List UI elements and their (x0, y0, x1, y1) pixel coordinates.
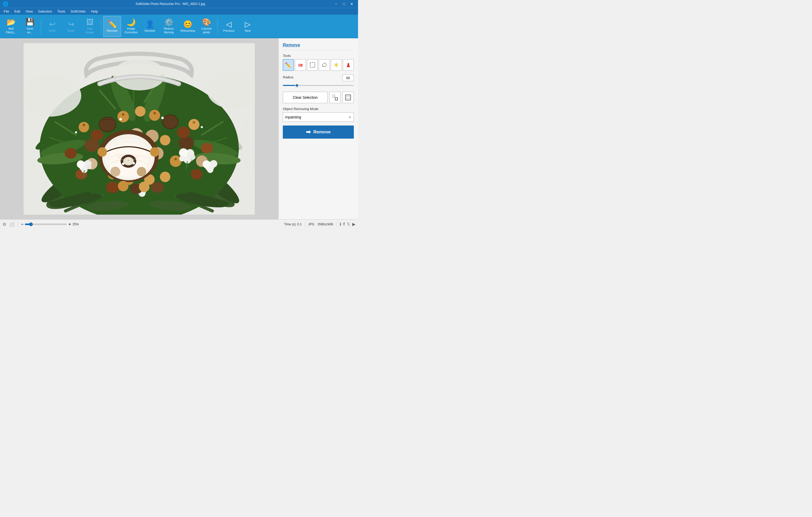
svg-point-61 (177, 127, 190, 138)
save-as-button[interactable]: 💾 Saveas... (21, 16, 39, 37)
redo-icon: ↪ (68, 21, 74, 28)
reduce-blurring-button[interactable]: ⚙️ Reduceblurring (160, 16, 178, 37)
svg-point-108 (106, 182, 119, 193)
undo-label: Undo (49, 29, 56, 32)
expand-selection-button[interactable] (329, 92, 341, 103)
zoom-in-button[interactable]: + (68, 222, 71, 227)
svg-point-46 (135, 106, 145, 117)
svg-marker-125 (334, 62, 338, 68)
svg-point-42 (188, 119, 200, 130)
rect-select-tool-button[interactable] (307, 59, 318, 71)
photo-canvas[interactable] (24, 43, 255, 215)
magic-wand-tool-button[interactable] (331, 59, 342, 71)
zoom-slider[interactable] (25, 223, 67, 225)
mode-dropdown[interactable]: Inpainting Content Aware Fill Smart Fill (283, 113, 354, 122)
colorize-photo-button[interactable]: 🎨 Colorizephoto (198, 16, 215, 37)
shrink-selection-button[interactable] (342, 92, 354, 103)
radius-section: Radius 50 (283, 74, 354, 88)
image-correction-button[interactable]: 🌙 ImageCorrection (122, 16, 140, 37)
image-correction-label: ImageCorrection (124, 27, 138, 34)
lasso-tool-button[interactable] (319, 59, 330, 71)
remove-button-panel[interactable]: ➡ Remove (283, 125, 354, 139)
svg-point-48 (160, 135, 170, 146)
menu-file[interactable]: File (1, 8, 12, 15)
facebook-icon[interactable]: f (343, 222, 345, 227)
original-image-label: Orig.Image (86, 27, 94, 34)
colorize-photo-icon: 🎨 (202, 19, 211, 26)
retouching-label: Retouching (180, 29, 195, 32)
minimize-button[interactable]: − (332, 1, 340, 7)
add-files-button[interactable]: 📂 AddFile(s)... (2, 16, 20, 37)
svg-line-124 (322, 65, 323, 66)
menu-tools[interactable]: Tools (55, 8, 68, 15)
next-button[interactable]: ▷ Next (239, 16, 257, 37)
previous-label: Previous (223, 29, 235, 32)
svg-point-69 (179, 148, 188, 157)
previous-button[interactable]: ◁ Previous (220, 16, 238, 37)
radius-value[interactable]: 50 (342, 74, 354, 81)
svg-point-104 (97, 147, 107, 157)
toolbar: 📂 AddFile(s)... 💾 Saveas... ↩ Undo ↪ Red… (0, 15, 358, 38)
denoise-button[interactable]: 👤 Denoise (141, 16, 159, 37)
svg-point-91 (75, 131, 77, 133)
colorize-photo-label: Colorizephoto (201, 27, 212, 34)
radius-label: Radius (283, 75, 293, 79)
clear-selection-button[interactable]: Clear Selection (283, 92, 328, 103)
mode-dropdown-wrap[interactable]: Inpainting Content Aware Fill Smart Fill (283, 113, 354, 122)
fit-to-window-icon[interactable]: ⊙ (3, 222, 6, 227)
title-bar: 🌐 SoftOrbits Photo Retoucher Pro - IMG_4… (0, 0, 358, 8)
save-as-label: Saveas... (27, 27, 33, 34)
undo-button[interactable]: ↩ Undo (43, 16, 61, 37)
close-button[interactable]: ✕ (348, 1, 355, 7)
svg-rect-128 (347, 66, 350, 67)
original-image-button[interactable]: 🖼 Orig.Image (81, 16, 99, 37)
svg-point-37 (153, 112, 156, 115)
info-icon[interactable]: ℹ (340, 222, 341, 227)
previous-icon: ◁ (226, 21, 232, 28)
svg-point-36 (149, 110, 160, 121)
svg-point-78 (87, 164, 91, 169)
svg-rect-126 (347, 65, 350, 66)
retouching-button[interactable]: 😊 Retouching (179, 16, 197, 37)
original-image-icon: 🖼 (86, 19, 93, 26)
svg-point-45 (83, 124, 85, 126)
zoom-control[interactable]: − + 25% (21, 222, 82, 227)
status-separator-2 (305, 222, 305, 227)
menu-selection[interactable]: Selection (35, 8, 55, 15)
panel-title: Remove (283, 42, 354, 50)
next-label: Next (245, 29, 251, 32)
svg-point-35 (122, 113, 124, 116)
file-format: JPG (308, 222, 314, 226)
window-controls: − □ ✕ (332, 1, 355, 7)
twitter-icon[interactable]: 𝕏 (347, 222, 350, 227)
menu-help[interactable]: Help (88, 8, 100, 15)
svg-point-43 (193, 121, 195, 124)
zoom-out-button[interactable]: − (21, 222, 23, 227)
reduce-blurring-icon: ⚙️ (164, 19, 174, 26)
svg-point-63 (201, 143, 213, 153)
svg-point-103 (133, 162, 135, 164)
youtube-icon[interactable]: ▶ (352, 222, 355, 227)
svg-point-111 (118, 181, 128, 191)
stamp-tool-button[interactable] (343, 59, 354, 71)
svg-rect-129 (332, 95, 335, 97)
canvas-area[interactable] (0, 38, 278, 219)
remove-icon-toolbar: ✏️ (108, 21, 117, 28)
toolbar-separator-2 (101, 19, 101, 34)
maximize-button[interactable]: □ (340, 1, 348, 7)
svg-point-112 (139, 182, 149, 192)
svg-point-62 (91, 129, 103, 141)
svg-rect-123 (310, 63, 315, 67)
svg-point-44 (79, 122, 89, 132)
radius-slider[interactable] (283, 83, 354, 88)
menu-softorbits[interactable]: SoftOrbits (68, 8, 88, 15)
menu-edit[interactable]: Edit (12, 8, 23, 15)
menu-view[interactable]: View (23, 8, 35, 15)
reduce-blurring-label: Reduceblurring (164, 27, 174, 34)
redo-button[interactable]: ↪ Redo (62, 16, 80, 37)
remove-button-toolbar[interactable]: ✏️ Remove (103, 16, 121, 37)
pencil-tool-button[interactable]: ✏️ (283, 59, 294, 71)
actual-size-icon[interactable]: ⬜ (9, 222, 14, 227)
status-separator-3 (336, 222, 337, 227)
eraser-tool-button[interactable] (295, 59, 306, 71)
